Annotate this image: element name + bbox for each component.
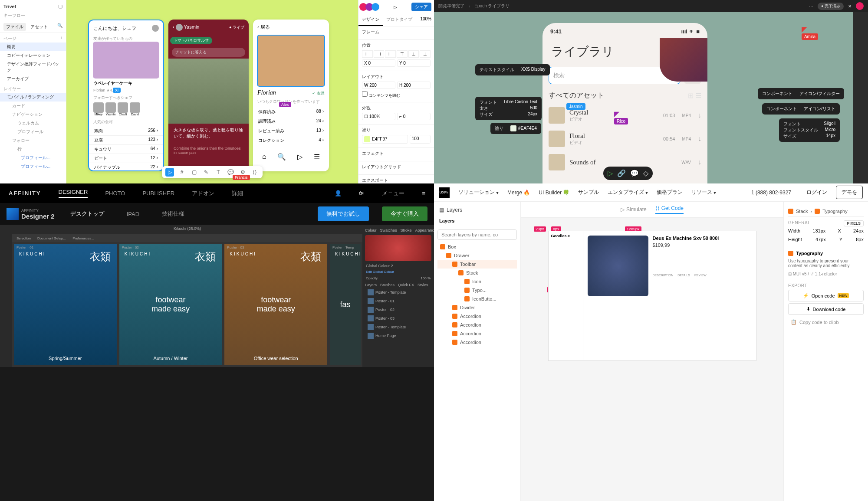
edit-colour-link[interactable]: Edit Global Colour (365, 269, 431, 275)
stat-row[interactable]: レビュー済み13 › (253, 126, 329, 136)
tab-desktop[interactable]: デスクトップ (63, 206, 111, 221)
ingredient-row[interactable]: キュウリ64 › (89, 145, 163, 154)
layer-item[interactable]: プロフィール... (0, 162, 66, 171)
list-icon[interactable]: ☰ (695, 92, 701, 99)
tab-getcode[interactable]: ⟨⟩ Get Code (655, 205, 684, 214)
layer-item[interactable]: ナビゲーション (0, 110, 66, 119)
tab-ipad[interactable]: IPAD (120, 207, 146, 221)
layer-item[interactable]: プロフィール... (0, 154, 66, 162)
canvas[interactable]: ◤Amira 9:41ıııl ᯤ ■ ライブラリ 検索 ⚙ Jasmin すべ… (434, 12, 853, 183)
poster[interactable]: Poster - TempKIKUCHIfas (330, 244, 361, 365)
nav-samples[interactable]: サンプル (578, 189, 599, 196)
opacity-input[interactable]: ☐ 100% (362, 113, 395, 120)
grid-icon[interactable]: ⊞ (688, 92, 694, 99)
user-icon[interactable]: 👤 (335, 190, 342, 196)
login-link[interactable]: ログイン (806, 189, 827, 196)
nav-photo[interactable]: PHOTO (105, 190, 125, 196)
align-right[interactable]: ⊢ (385, 50, 396, 58)
chat-input[interactable]: チャットに答える (172, 48, 245, 57)
layer-search[interactable] (437, 229, 517, 240)
layer-item[interactable]: Poster - 01 (365, 297, 431, 305)
page-item[interactable]: コピーイテレーション (0, 51, 66, 60)
align-middle[interactable]: ⊥ (408, 50, 419, 58)
demo-button[interactable]: デモを (836, 186, 863, 199)
link-icon[interactable]: 🔗 (617, 169, 626, 177)
layer-item[interactable]: モバイル / ランディング (0, 93, 66, 102)
tree-item[interactable]: Divider (437, 303, 517, 312)
affinity-logo[interactable]: AFFINITY (9, 190, 41, 196)
nav-solutions[interactable]: ソリューション ▾ (458, 189, 499, 196)
poster[interactable]: Poster - 03KIKUCHI衣類footwear made easyOf… (224, 244, 327, 365)
trial-button[interactable]: 無料でお試し (318, 206, 369, 221)
ingredient-row[interactable]: 鶏肉256 › (89, 127, 163, 136)
comment-icon[interactable]: 💬 (630, 169, 639, 177)
recipe-chip[interactable]: トマトパネロサルサ (170, 37, 212, 44)
buy-button[interactable]: 今すぐ購入 (382, 206, 427, 221)
tree-item[interactable]: Stack (437, 269, 517, 277)
rect-tool[interactable]: ▢ (190, 168, 198, 177)
layer-item[interactable]: Poster - 03 (365, 314, 431, 323)
search-icon[interactable]: 🔍 (57, 23, 62, 31)
home-icon[interactable]: ⌂ (262, 153, 266, 161)
page-item[interactable]: デザイン批評フィードバック (0, 60, 66, 75)
align-top[interactable]: ⊤ (397, 50, 408, 58)
ingredient-row[interactable]: パイナップル22 › (89, 163, 163, 171)
x-input[interactable]: X 0 (362, 59, 395, 67)
tree-item[interactable]: Accordion (437, 329, 517, 338)
tree-item[interactable]: Typo... (437, 286, 517, 295)
layer-item[interactable]: ウェルカム (0, 119, 66, 128)
card-live[interactable]: ‹ Yasmin● ライブ トマトパネロサルサ チャットに答える 大きさな板を取… (168, 20, 249, 171)
nav-designer[interactable]: DESIGNER (59, 189, 88, 198)
tab-simulate[interactable]: ▷ Simulate (621, 205, 647, 214)
layer-item[interactable]: Poster - Template (365, 323, 431, 331)
align-left[interactable]: ⊢ (362, 50, 373, 58)
tree-item[interactable]: IconButto... (437, 295, 517, 303)
page-item[interactable]: アーカイブ (0, 75, 66, 83)
copy-code-button[interactable]: 📋 Copy code to clipb (788, 317, 864, 327)
nav-pricing[interactable]: 価格プラン (657, 189, 683, 196)
nav-resources[interactable]: リソース ▾ (691, 189, 716, 196)
nav-enterprise[interactable]: エンタプライズ ▾ (608, 189, 648, 196)
layer-item[interactable]: Poster - Template (365, 288, 431, 297)
card-profile[interactable]: ‹ 戻る Alex Florian✓ 友達 いつもクロワッサンを作っています 保… (253, 20, 329, 171)
zoom-level[interactable]: 100% (418, 14, 434, 26)
nav-addons[interactable]: アドオン (192, 190, 214, 197)
y-input[interactable]: Y 0 (397, 59, 431, 67)
stat-row[interactable]: 保存済み88 › (253, 107, 329, 117)
play-icon[interactable]: ▷ (394, 5, 397, 10)
corner-input[interactable]: ⌐ 0 (397, 113, 431, 120)
stat-row[interactable]: 調理済み24 › (253, 117, 329, 126)
sidebar-toggle-icon[interactable]: ▢ (58, 3, 62, 9)
frame-tool[interactable]: # (178, 168, 186, 177)
align-center-h[interactable]: ⊣ (374, 50, 385, 58)
align-bottom[interactable]: ⊥ (420, 50, 431, 58)
nav-publisher[interactable]: PUBLISHER (142, 190, 174, 196)
phone-number[interactable]: 1 (888) 802-9327 (751, 190, 791, 196)
unit-select[interactable]: PIXELS (844, 220, 864, 226)
search-icon[interactable]: 🔍 (277, 153, 286, 161)
layer-item[interactable]: プロフィール (0, 128, 66, 136)
tab-file[interactable]: ファイル (3, 23, 26, 31)
page-item[interactable]: 概要 (0, 43, 66, 51)
user-avatar[interactable] (856, 2, 864, 10)
tab-prototype[interactable]: プロトタイプ (383, 14, 416, 26)
tab-design[interactable]: デザイン (358, 14, 383, 26)
share-button[interactable]: シェア (411, 3, 431, 11)
cursor-icon[interactable]: ▷ (608, 169, 613, 177)
tree-item[interactable]: Toolbar (437, 260, 517, 269)
card-landing[interactable]: こんにちは、シェフ 友達が作っているもの Xi ウベレイヤーケーキ Floria… (88, 20, 164, 171)
menu-button[interactable]: メニュー (382, 190, 404, 197)
tree-item[interactable]: Icon (437, 277, 517, 286)
layer-item[interactable]: Home Page (365, 331, 431, 340)
add-page-icon[interactable]: + (60, 36, 62, 42)
pen-tool[interactable]: ✎ (202, 168, 210, 177)
tree-item[interactable]: Box (437, 242, 517, 251)
back-button[interactable]: ‹ 戻る (257, 24, 270, 30)
dev-tool[interactable]: ⟨⟩ (250, 168, 259, 177)
nav-uibuilder[interactable]: UI Builder 🍀 (539, 190, 569, 196)
tree-item[interactable]: Accordion (437, 312, 517, 321)
h-input[interactable]: H 200 (397, 82, 431, 89)
tool-rail[interactable] (0, 225, 12, 367)
uxpin-logo[interactable]: UXPin (439, 187, 450, 198)
user-avatar[interactable] (152, 25, 159, 32)
